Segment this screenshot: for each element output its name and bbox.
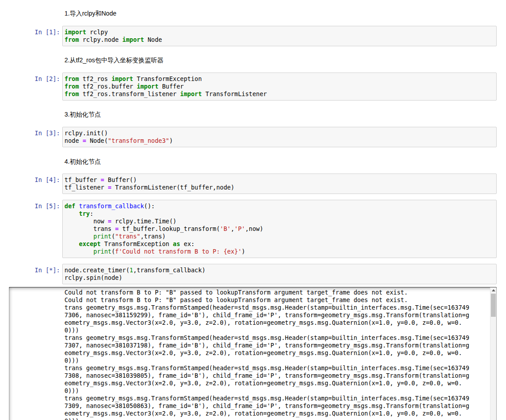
prompt-spacer	[9, 111, 62, 113]
scrollbar-thumb[interactable]	[491, 294, 496, 317]
markdown-text[interactable]: 2.从tf2_ros包中导入坐标变换监听器	[62, 57, 163, 64]
notebook: 1.导入rclpy和NodeIn [1]:import rclpy from r…	[0, 10, 506, 420]
code-cell: In [2]:from tf2_ros import TransformExce…	[0, 73, 506, 101]
markdown-text[interactable]: 4.初始化节点	[62, 158, 101, 166]
output-scroll-area[interactable]: Could not transform B to P: "B" passed t…	[9, 287, 497, 420]
output-text: Could not transform B to P: "B" passed t…	[9, 287, 497, 420]
code-input[interactable]: from tf2_ros import TransformException f…	[62, 73, 497, 101]
prompt-spacer	[9, 10, 62, 12]
code-cell: In [*]:node.create_timer(1,transform_cal…	[0, 264, 506, 284]
output-scrollbar[interactable]	[490, 287, 496, 420]
code-text: def transform_callback(): try: now = rcl…	[64, 202, 494, 255]
code-input[interactable]: tf_buffer = Buffer() tf_listener = Trans…	[62, 174, 497, 194]
input-prompt: In [3]:	[9, 127, 62, 137]
code-input[interactable]: import rclpy from rclpy.node import Node	[62, 26, 497, 46]
input-prompt: In [5]:	[9, 200, 62, 210]
code-cell: In [4]:tf_buffer = Buffer() tf_listener …	[0, 174, 506, 194]
markdown-cell: 1.导入rclpy和Node	[0, 10, 506, 17]
code-input[interactable]: def transform_callback(): try: now = rcl…	[62, 200, 497, 258]
input-prompt: In [2]:	[9, 73, 62, 83]
code-input[interactable]: rclpy.init() node = Node("transform_node…	[62, 127, 497, 147]
input-prompt: In [1]:	[9, 26, 62, 36]
markdown-cell: 2.从tf2_ros包中导入坐标变换监听器	[0, 57, 506, 64]
prompt-spacer	[9, 158, 62, 161]
cell-list: 1.导入rclpy和NodeIn [1]:import rclpy from r…	[0, 10, 506, 284]
code-text: import rclpy from rclpy.node import Node	[64, 28, 494, 44]
scrollbar-up-button[interactable]	[490, 287, 496, 293]
scroll-up-icon	[492, 289, 495, 291]
input-prompt: In [*]:	[9, 264, 62, 274]
code-cell: In [5]:def transform_callback(): try: no…	[0, 200, 506, 258]
prompt-spacer	[9, 57, 62, 59]
code-cell: In [3]:rclpy.init() node = Node("transfo…	[0, 127, 506, 147]
code-cell: In [1]:import rclpy from rclpy.node impo…	[0, 26, 506, 46]
code-text: node.create_timer(1,transform_callback) …	[64, 267, 494, 282]
markdown-cell: 3.初始化节点	[0, 111, 506, 118]
code-text: rclpy.init() node = Node("transform_node…	[64, 129, 494, 145]
markdown-cell: 4.初始化节点	[0, 158, 506, 166]
markdown-text[interactable]: 3.初始化节点	[62, 111, 101, 118]
input-prompt: In [4]:	[9, 174, 62, 184]
code-input[interactable]: node.create_timer(1,transform_callback) …	[62, 264, 497, 284]
code-text: from tf2_ros import TransformException f…	[64, 75, 494, 98]
code-text: tf_buffer = Buffer() tf_listener = Trans…	[64, 176, 494, 191]
markdown-text[interactable]: 1.导入rclpy和Node	[62, 10, 116, 17]
